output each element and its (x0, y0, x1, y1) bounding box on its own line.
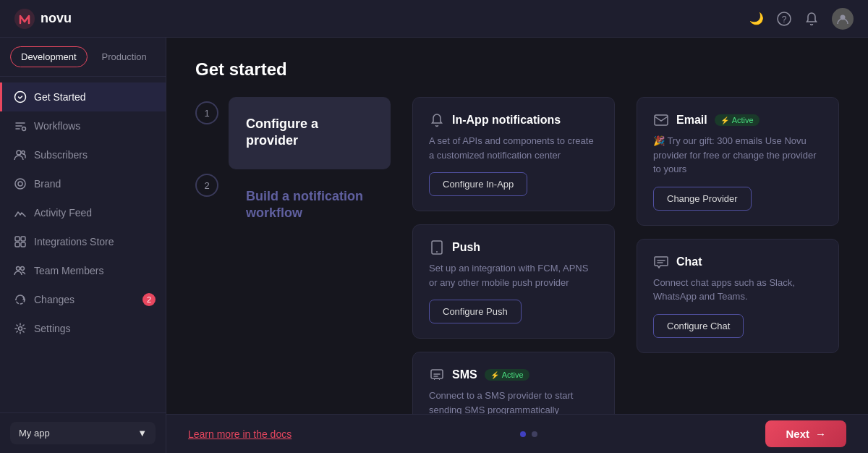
svg-point-15 (21, 267, 25, 271)
sidebar-item-settings-label: Settings (34, 323, 71, 334)
step-1: 1 Configure a provider (195, 97, 391, 169)
email-header: Email Active (653, 112, 822, 128)
svg-point-7 (22, 151, 25, 154)
sms-icon (429, 367, 445, 383)
step-2-title: Build a notification workflow (246, 188, 373, 222)
email-desc: 🎉 Try our gift: 300 emails Use Novu prov… (653, 134, 822, 177)
sidebar-item-changes-label: Changes (34, 294, 75, 305)
svg-rect-20 (655, 115, 668, 125)
sidebar-item-workflows[interactable]: Workflows (0, 111, 166, 140)
chat-desc: Connect chat apps such as Slack, WhatsAp… (653, 276, 822, 304)
svg-point-5 (22, 127, 26, 131)
bottom-bar: Learn more in the docs Next → (166, 414, 868, 453)
svg-rect-11 (21, 237, 25, 241)
svg-point-0 (14, 9, 35, 29)
get-started-icon (14, 90, 27, 103)
next-button-label: Next (786, 428, 809, 440)
step-1-number: 1 (195, 101, 218, 124)
sidebar-item-brand[interactable]: Brand (0, 169, 166, 198)
app-selector[interactable]: My app ▼ (10, 422, 156, 444)
email-active-badge: Active (715, 114, 760, 126)
svg-rect-12 (15, 242, 20, 247)
sidebar-item-integrations-store-label: Integrations Store (34, 236, 114, 247)
chevron-down-icon: ▼ (137, 428, 147, 439)
topbar: novu 🌙 ? (0, 0, 868, 38)
sidebar-item-changes[interactable]: Changes 2 (0, 285, 166, 314)
app-selector-label: My app (19, 428, 50, 439)
in-app-desc: A set of APIs and components to create a… (429, 134, 598, 162)
step-2-card: Build a notification workflow (229, 169, 391, 242)
push-header: Push (429, 240, 598, 255)
phone-icon (429, 240, 445, 255)
step-1-card: Configure a provider (229, 97, 391, 169)
docs-link[interactable]: Learn more in the docs (188, 428, 292, 440)
sms-title: SMS (452, 368, 477, 381)
notifications-icon[interactable] (804, 12, 819, 26)
sidebar-nav: Get Started Workflows (0, 77, 166, 412)
workflows-icon (14, 119, 27, 132)
step-1-title: Configure a provider (246, 116, 373, 150)
activity-feed-icon (14, 206, 27, 219)
chat-card: Chat Connect chat apps such as Slack, Wh… (637, 239, 839, 353)
logo[interactable]: novu (14, 9, 72, 29)
sms-desc: Connect to a SMS provider to start sendi… (429, 389, 598, 414)
in-app-title: In-App notifications (452, 114, 561, 127)
settings-icon (14, 322, 27, 335)
sidebar-item-subscribers-label: Subscribers (34, 149, 88, 161)
sidebar-item-activity-feed-label: Activity Feed (34, 207, 92, 219)
pagination-dot-1 (520, 431, 526, 437)
step-2-number: 2 (195, 174, 218, 197)
svg-point-18 (436, 251, 438, 253)
development-env-btn[interactable]: Development (10, 46, 88, 67)
main-layout: Development Production Get Started (0, 38, 868, 453)
avatar[interactable] (832, 8, 854, 30)
content-inner: Get started 1 Configure a provider 2 Bui… (166, 38, 868, 414)
chat-icon (653, 254, 669, 270)
configure-push-btn[interactable]: Configure Push (429, 300, 522, 323)
sidebar-item-subscribers[interactable]: Subscribers (0, 140, 166, 169)
email-change-provider-btn[interactable]: Change Provider (653, 187, 752, 211)
svg-rect-10 (15, 237, 20, 241)
push-desc: Set up an integration with FCM, APNS or … (429, 261, 598, 289)
provider-grid: In-App notifications A set of APIs and c… (412, 97, 839, 414)
next-button[interactable]: Next → (765, 420, 846, 447)
help-icon[interactable]: ? (777, 12, 791, 26)
subscribers-icon (14, 148, 27, 161)
env-switcher: Development Production (0, 38, 166, 77)
sidebar-item-brand-label: Brand (34, 178, 61, 190)
brand-icon (14, 177, 27, 190)
sidebar-item-integrations-store[interactable]: Integrations Store (0, 227, 166, 256)
sms-active-badge: Active (485, 369, 529, 381)
pagination (520, 431, 537, 437)
sidebar-item-workflows-label: Workflows (34, 120, 80, 132)
email-title: Email (676, 114, 707, 127)
arrow-right-icon: → (815, 428, 826, 440)
team-members-icon (14, 264, 27, 277)
svg-point-8 (15, 179, 25, 189)
in-app-card: In-App notifications A set of APIs and c… (412, 97, 615, 211)
sidebar-item-get-started[interactable]: Get Started (0, 82, 166, 111)
svg-point-14 (17, 267, 20, 271)
sidebar-item-settings[interactable]: Settings (0, 314, 166, 343)
in-app-header: In-App notifications (429, 112, 598, 128)
changes-icon (14, 293, 27, 306)
dark-mode-icon[interactable]: 🌙 (749, 12, 764, 26)
step-list: 1 Configure a provider 2 Build a notific… (195, 97, 391, 414)
sms-card: SMS Active Connect to a SMS provider to … (412, 352, 615, 414)
configure-in-app-btn[interactable]: Configure In-App (429, 172, 527, 196)
sidebar-item-activity-feed[interactable]: Activity Feed (0, 198, 166, 227)
production-env-btn[interactable]: Production (92, 47, 157, 67)
chat-title: Chat (676, 255, 702, 268)
chat-header: Chat (653, 254, 822, 270)
logo-text: novu (41, 11, 72, 26)
email-card: Email Active 🎉 Try our gift: 300 emails … (637, 97, 839, 226)
pagination-dot-2 (532, 431, 537, 437)
email-icon (653, 112, 669, 128)
sidebar: Development Production Get Started (0, 38, 166, 453)
configure-chat-btn[interactable]: Configure Chat (653, 314, 744, 338)
steps-area: 1 Configure a provider 2 Build a notific… (195, 97, 839, 414)
bell-icon (429, 112, 445, 128)
sidebar-item-team-members[interactable]: Team Members (0, 256, 166, 285)
svg-point-4 (15, 92, 26, 103)
sidebar-item-get-started-label: Get Started (34, 91, 86, 103)
